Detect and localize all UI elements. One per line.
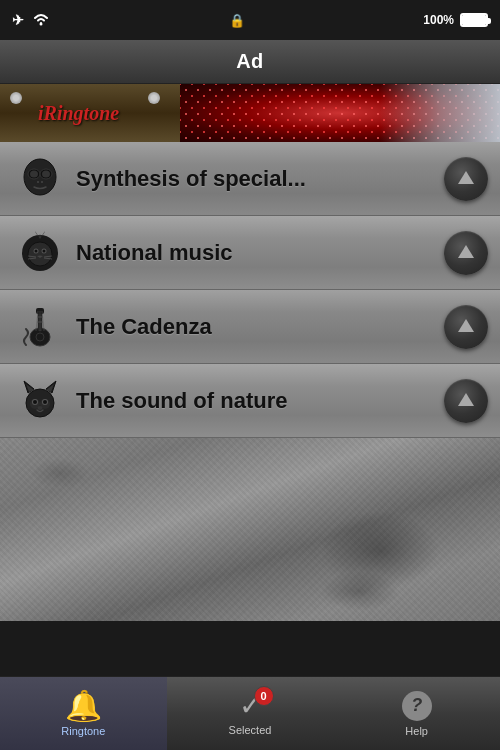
lion-icon: [12, 225, 68, 281]
item-label: The sound of nature: [76, 388, 444, 414]
help-icon: ?: [402, 691, 432, 721]
tab-bar: 🔔 Ringtone ✓ 0 Selected ? Help: [0, 676, 500, 750]
banner-left: iRingtone: [0, 84, 180, 142]
item-label: The Cadenza: [76, 314, 444, 340]
tab-selected-label: Selected: [229, 724, 272, 736]
status-right: 100%: [423, 13, 488, 27]
svg-point-6: [37, 181, 39, 183]
battery-icon: [460, 13, 488, 27]
svg-point-5: [42, 170, 50, 177]
item-action-button[interactable]: [444, 157, 488, 201]
lock-icon: 🔒: [229, 13, 245, 28]
tab-help-label: Help: [405, 725, 428, 737]
banner-ad-area[interactable]: [180, 84, 500, 142]
svg-point-36: [33, 400, 37, 404]
svg-point-7: [41, 181, 43, 183]
tab-icon-area: ?: [402, 691, 432, 721]
tab-ringtone[interactable]: 🔔 Ringtone: [0, 677, 167, 750]
app-name: iRingtone: [38, 102, 119, 125]
selected-badge: 0: [254, 686, 274, 706]
list-item[interactable]: The sound of nature: [0, 364, 500, 438]
item-action-button[interactable]: [444, 305, 488, 349]
item-label: Synthesis of special...: [76, 166, 444, 192]
svg-point-0: [40, 22, 43, 25]
status-bar: ✈ 🔒 100%: [0, 0, 500, 40]
svg-point-12: [35, 249, 38, 252]
banner-metal-overlay: [380, 84, 500, 142]
svg-point-9: [28, 242, 52, 266]
tab-help[interactable]: ? Help: [333, 677, 500, 750]
ad-title: Ad: [236, 50, 264, 73]
list-item[interactable]: National music: [0, 216, 500, 290]
svg-point-4: [30, 170, 38, 177]
banner: iRingtone: [0, 84, 500, 142]
svg-point-37: [43, 400, 47, 404]
guitar-icon: [12, 299, 68, 355]
ad-header: Ad: [0, 40, 500, 84]
svg-point-13: [43, 249, 46, 252]
alien-icon: [12, 151, 68, 207]
item-action-button[interactable]: [444, 379, 488, 423]
grunge-spot: [30, 458, 90, 488]
tab-icon-area: ✓ 0: [239, 692, 262, 720]
tab-icon-area: 🔔: [65, 691, 102, 721]
fox-icon: [12, 373, 68, 429]
tab-ringtone-label: Ringtone: [61, 725, 105, 737]
grunge-background: [0, 438, 500, 621]
tab-selected[interactable]: ✓ 0 Selected: [167, 677, 334, 750]
list-item[interactable]: Synthesis of special...: [0, 142, 500, 216]
grunge-spot: [320, 571, 400, 611]
status-left: ✈: [12, 12, 50, 29]
airplane-icon: ✈: [12, 12, 24, 28]
item-action-button[interactable]: [444, 231, 488, 275]
battery-percentage: 100%: [423, 13, 454, 27]
wifi-icon: [32, 12, 50, 29]
list-item[interactable]: The Cadenza: [0, 290, 500, 364]
bell-icon: 🔔: [65, 691, 102, 721]
main-list: Synthesis of special...: [0, 142, 500, 438]
status-center: 🔒: [229, 13, 245, 28]
item-label: National music: [76, 240, 444, 266]
svg-point-38: [38, 406, 43, 410]
